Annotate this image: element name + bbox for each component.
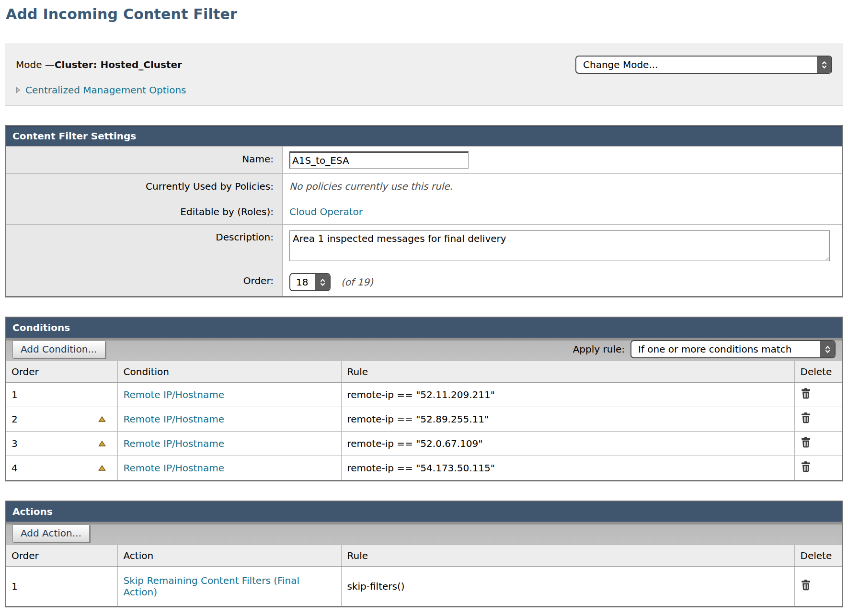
add-action-button[interactable]: Add Action... xyxy=(12,525,90,542)
roles-label: Editable by (Roles): xyxy=(6,199,283,224)
conditions-table: Order Condition Rule Delete 1 Remote IP/… xyxy=(6,361,842,480)
roles-row: Editable by (Roles): Cloud Operator xyxy=(6,199,842,224)
mode-label: Mode — xyxy=(16,59,55,70)
condition-order: 3 xyxy=(11,438,18,449)
condition-order: 1 xyxy=(11,389,18,400)
settings-section-header: Content Filter Settings xyxy=(6,126,842,146)
action-row: 1 Skip Remaining Content Filters (Final … xyxy=(6,567,842,606)
condition-row: 4 Remote IP/Hostname remote-ip == "54.17… xyxy=(6,456,842,480)
condition-rule: remote-ip == "52.0.67.109" xyxy=(341,432,794,456)
mode-value: Cluster: Hosted_Cluster xyxy=(55,59,182,70)
condition-order: 4 xyxy=(11,462,18,474)
condition-link[interactable]: Remote IP/Hostname xyxy=(124,462,224,474)
change-mode-select[interactable]: Change Mode... xyxy=(575,56,832,74)
mode-text: Mode —Cluster: Hosted_Cluster xyxy=(16,59,182,70)
condition-rule: remote-ip == "52.89.255.11" xyxy=(341,407,794,432)
name-label: Name: xyxy=(6,147,283,173)
description-textarea[interactable]: Area 1 inspected messages for final deli… xyxy=(289,230,830,261)
policies-row: Currently Used by Policies: No policies … xyxy=(6,173,842,199)
conditions-header-row: Order Condition Rule Delete xyxy=(6,361,842,383)
col-header-condition: Condition xyxy=(117,361,341,383)
condition-row: 2 Remote IP/Hostname remote-ip == "52.89… xyxy=(6,407,842,432)
action-rule: skip-filters() xyxy=(341,567,794,606)
stepper-icon xyxy=(315,274,330,290)
order-label: Order: xyxy=(6,268,283,296)
change-mode-select-value: Change Mode... xyxy=(576,57,817,73)
page-root: Add Incoming Content Filter Mode —Cluste… xyxy=(0,0,848,616)
condition-rule: remote-ip == "52.11.209.211" xyxy=(341,383,794,407)
apply-rule-select[interactable]: If one or more conditions match xyxy=(630,340,836,358)
col-header-delete: Delete xyxy=(794,361,842,383)
condition-row: 3 Remote IP/Hostname remote-ip == "52.0.… xyxy=(6,432,842,456)
col-header-action: Action xyxy=(117,545,341,567)
policies-note: No policies currently use this rule. xyxy=(289,181,453,192)
trash-icon[interactable] xyxy=(801,412,811,424)
actions-panel: Actions Add Action... Order Action Rule … xyxy=(5,501,843,607)
conditions-panel: Conditions Add Condition... Apply rule: … xyxy=(5,317,843,481)
order-of-total: (of 19) xyxy=(341,276,373,288)
col-header-order: Order xyxy=(6,545,117,567)
add-condition-button[interactable]: Add Condition... xyxy=(12,341,105,358)
trash-icon[interactable] xyxy=(801,579,811,591)
col-header-delete: Delete xyxy=(794,545,842,567)
conditions-section-header: Conditions xyxy=(6,318,842,338)
action-order: 1 xyxy=(11,581,18,592)
actions-table: Order Action Rule Delete 1 Skip Remainin… xyxy=(6,545,842,606)
apply-rule-select-value: If one or more conditions match xyxy=(631,341,820,357)
stepper-icon xyxy=(820,341,835,357)
actions-section-header: Actions xyxy=(6,502,842,522)
actions-toolbar: Add Action... xyxy=(6,522,842,545)
conditions-toolbar: Add Condition... Apply rule: If one or m… xyxy=(6,338,842,361)
actions-header-row: Order Action Rule Delete xyxy=(6,545,842,567)
centralized-management-options-link[interactable]: Centralized Management Options xyxy=(25,84,186,96)
stepper-icon xyxy=(817,57,831,73)
order-select-value: 18 xyxy=(290,274,315,290)
move-up-icon[interactable] xyxy=(98,441,106,447)
trash-icon[interactable] xyxy=(801,461,811,473)
disclosure-triangle-icon xyxy=(16,87,21,93)
condition-rule: remote-ip == "54.173.50.115" xyxy=(341,456,794,480)
trash-icon[interactable] xyxy=(801,436,811,448)
condition-order: 2 xyxy=(11,413,18,425)
mode-panel: Mode —Cluster: Hosted_Cluster Change Mod… xyxy=(5,44,843,106)
order-select[interactable]: 18 xyxy=(289,273,331,291)
order-row: Order: 18 (of 19) xyxy=(6,268,842,296)
trash-icon[interactable] xyxy=(801,388,811,399)
page-title: Add Incoming Content Filter xyxy=(5,4,843,23)
move-up-icon[interactable] xyxy=(98,465,106,471)
condition-row: 1 Remote IP/Hostname remote-ip == "52.11… xyxy=(6,383,842,407)
condition-link[interactable]: Remote IP/Hostname xyxy=(124,438,224,449)
name-row: Name: xyxy=(6,146,842,173)
content-filter-settings-panel: Content Filter Settings Name: Currently … xyxy=(5,125,843,297)
name-input[interactable] xyxy=(289,151,469,169)
col-header-rule: Rule xyxy=(341,361,794,383)
condition-link[interactable]: Remote IP/Hostname xyxy=(124,413,224,425)
move-up-icon[interactable] xyxy=(98,416,106,422)
cloud-operator-link[interactable]: Cloud Operator xyxy=(289,206,363,217)
condition-link[interactable]: Remote IP/Hostname xyxy=(124,389,224,400)
action-link[interactable]: Skip Remaining Content Filters (Final Ac… xyxy=(124,575,300,598)
col-header-order: Order xyxy=(6,361,117,383)
description-row: Description: Area 1 inspected messages f… xyxy=(6,224,842,268)
apply-rule-label: Apply rule: xyxy=(573,343,625,355)
col-header-rule: Rule xyxy=(341,545,794,567)
policies-label: Currently Used by Policies: xyxy=(6,174,283,199)
description-label: Description: xyxy=(6,225,283,268)
